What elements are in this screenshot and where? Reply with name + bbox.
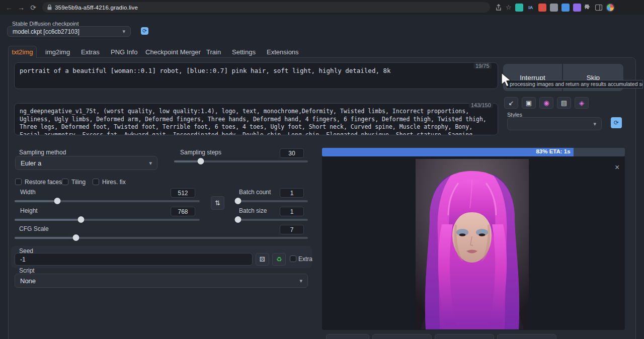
batch-count-value[interactable]: 1 [280, 188, 304, 198]
checkpoint-value: model.ckpt [cc6cb27103] [13, 28, 79, 35]
screen: ← → ⟳ 359e5b9a-a5ff-4216.gradio.live ☆ I… [0, 0, 644, 339]
dice-icon: ⚄ [260, 256, 265, 263]
sampling-method-label: Sampling method [19, 149, 66, 156]
swap-icon: ⇅ [215, 199, 220, 207]
height-value[interactable]: 768 [171, 207, 195, 216]
width-label: Width [20, 189, 36, 196]
height-slider[interactable] [15, 218, 200, 221]
styles-dropdown[interactable]: ▾ [507, 117, 602, 130]
paste-icon: ↙ [509, 99, 514, 107]
result-button[interactable] [435, 334, 494, 339]
share-icon[interactable] [495, 4, 502, 11]
refresh-styles-button[interactable]: ⟳ [611, 117, 622, 128]
apply-style-button[interactable]: ▤ [557, 97, 571, 109]
clear-prompt-button[interactable]: ▣ [522, 97, 536, 109]
seed-extra-checkbox[interactable] [290, 256, 296, 262]
cfg-scale-value[interactable]: 7 [280, 225, 304, 234]
sampling-method-dropdown[interactable]: Euler a ▾ [15, 156, 157, 170]
extension-icon[interactable] [561, 4, 570, 12]
chevron-down-icon: ▾ [149, 160, 152, 166]
negative-token-counter: 143/150 [469, 102, 493, 108]
hires-fix-label: Hires. fix [102, 179, 126, 186]
swap-dimensions-button[interactable]: ⇅ [211, 196, 224, 210]
batch-size-value[interactable]: 1 [280, 207, 304, 216]
mouse-cursor [500, 72, 511, 87]
tab-txt2img[interactable]: txt2img [8, 46, 37, 58]
profile-avatar[interactable] [606, 3, 615, 12]
side-panel-icon[interactable] [595, 5, 602, 11]
hires-fix-checkbox[interactable] [93, 179, 99, 185]
script-label: Script [19, 267, 35, 274]
tab-extras[interactable]: Extras [81, 48, 100, 56]
sampling-steps-slider[interactable] [174, 160, 308, 162]
clear-icon: ▣ [526, 99, 532, 107]
extensions-puzzle-icon[interactable] [585, 4, 592, 11]
save-style-icon: ◈ [579, 99, 584, 107]
height-label: Height [20, 207, 38, 214]
chevron-down-icon: ▾ [299, 278, 302, 284]
restore-faces-checkbox[interactable] [15, 179, 22, 185]
result-button[interactable] [497, 334, 556, 339]
extension-ia-icon[interactable]: IA [527, 4, 535, 12]
batch-count-slider[interactable] [235, 200, 308, 202]
extension-icon[interactable] [573, 4, 581, 12]
batch-size-slider[interactable] [235, 218, 308, 221]
apply-style-icon: ▤ [561, 99, 567, 107]
refresh-icon: ⟳ [142, 28, 147, 34]
sampling-steps-value[interactable]: 30 [280, 148, 304, 158]
width-value[interactable]: 512 [171, 188, 195, 198]
lock-icon [47, 5, 52, 10]
extra-networks-icon: ◉ [543, 99, 549, 107]
extra-networks-button[interactable]: ◉ [539, 97, 553, 109]
paste-params-button[interactable]: ↙ [504, 97, 518, 109]
checkpoint-dropdown[interactable]: model.ckpt [cc6cb27103] ▾ [7, 26, 131, 37]
chevron-down-icon: ▾ [122, 28, 125, 35]
tab-img2img[interactable]: img2img [45, 48, 70, 56]
tiling-checkbox[interactable] [62, 179, 68, 185]
forward-icon[interactable]: → [15, 4, 27, 12]
script-value: None [20, 277, 36, 285]
tab-checkpoint-merger[interactable]: Checkpoint Merger [145, 48, 201, 56]
interrupt-tooltip: processing images and return any results… [506, 80, 643, 89]
sampling-steps-label: Sampling steps [180, 149, 221, 156]
sampling-method-value: Euler a [21, 159, 41, 167]
batch-size-label: Batch size [239, 207, 267, 214]
extension-icon[interactable] [538, 4, 546, 12]
extension-icon[interactable] [550, 4, 558, 12]
progress-label: 83% ETA: 1s [536, 148, 570, 154]
refresh-checkpoint-button[interactable]: ⟳ [141, 27, 148, 35]
reuse-seed-button[interactable]: ♻ [272, 253, 286, 266]
tab-png-info[interactable]: PNG Info [111, 48, 137, 56]
progress-bar: 83% ETA: 1s [322, 148, 625, 156]
refresh-icon: ⟳ [614, 119, 619, 126]
tab-label: txt2img [12, 48, 33, 56]
width-slider[interactable] [15, 200, 200, 202]
prompt-textarea[interactable]: portrait of a beautiful [woman::0.1] rob… [14, 62, 498, 89]
tab-extensions[interactable]: Extensions [267, 48, 299, 56]
recycle-icon: ♻ [276, 256, 282, 263]
extension-icon[interactable] [515, 4, 523, 12]
negative-prompt-textarea[interactable]: ng_deepnegative_v1_75t, (worst quality, … [14, 103, 498, 135]
cfg-scale-slider[interactable] [15, 236, 308, 239]
back-icon[interactable]: ← [3, 4, 15, 12]
progress-fill: 83% ETA: 1s [322, 148, 574, 156]
tiling-label: Tiling [71, 179, 86, 186]
restore-faces-label: Restore faces [25, 179, 62, 186]
browser-actions: ☆ IA [495, 3, 615, 12]
random-seed-button[interactable]: ⚄ [256, 253, 269, 266]
cfg-scale-label: CFG Scale [19, 225, 49, 232]
chevron-down-icon: ▾ [593, 121, 596, 127]
seed-input[interactable] [15, 253, 253, 266]
close-preview-icon[interactable]: × [615, 163, 619, 172]
result-button[interactable] [326, 334, 369, 339]
reload-icon[interactable]: ⟳ [27, 4, 39, 12]
tab-train[interactable]: Train [206, 48, 221, 56]
address-bar[interactable]: 359e5b9a-a5ff-4216.gradio.live [42, 2, 490, 13]
script-dropdown[interactable]: None ▾ [15, 274, 308, 288]
bookmark-star-icon[interactable]: ☆ [506, 4, 512, 11]
generated-image[interactable] [416, 159, 529, 329]
tab-settings[interactable]: Settings [232, 48, 256, 56]
browser-toolbar: ← → ⟳ 359e5b9a-a5ff-4216.gradio.live ☆ I… [0, 0, 644, 15]
save-style-button[interactable]: ◈ [575, 97, 589, 109]
result-button[interactable] [372, 334, 432, 339]
